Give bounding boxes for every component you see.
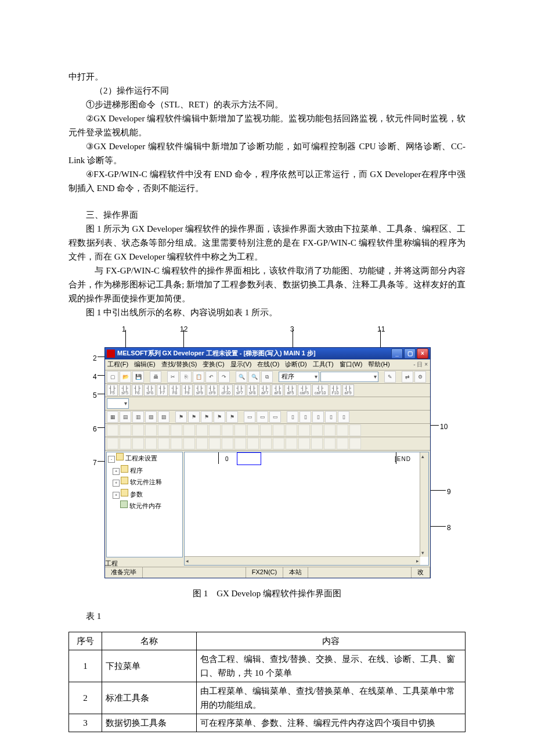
ladder-key-cF10[interactable]: ┤├cF10 <box>219 384 233 396</box>
net5-icon[interactable]: ▯ <box>338 411 349 423</box>
ladder-key-aF7[interactable]: ┤├aF7 <box>259 384 270 396</box>
disabled-button <box>209 424 221 436</box>
menu-find[interactable]: 查找/替换(S) <box>161 359 197 370</box>
view4-icon[interactable]: ▧ <box>145 411 157 423</box>
tree-root[interactable]: 工程未设置 <box>125 455 157 462</box>
tool5-icon[interactable]: ⚑ <box>226 411 238 423</box>
tree-devmem[interactable]: 软元件内存 <box>129 502 161 509</box>
view2-icon[interactable]: ▤ <box>120 411 131 423</box>
disabled-button <box>260 438 272 449</box>
ladder-key-caF10[interactable]: ┤├caF10 <box>312 384 328 396</box>
close-button[interactable]: × <box>417 348 428 359</box>
disabled-button <box>171 424 182 436</box>
ladder-key-sF8[interactable]: ┤├sF8 <box>247 384 258 396</box>
ladder-key-sF9[interactable]: ┤├sF9 <box>194 384 205 396</box>
redo-icon[interactable]: ↷ <box>218 371 230 383</box>
menu-online[interactable]: 在线(O) <box>257 359 279 370</box>
ladder-key-aF9[interactable]: ┤├aF9 <box>342 384 354 396</box>
para-g: 图 1 所示为 GX Developer 编程软件的操作界面，该操作界面大致由下… <box>68 222 466 264</box>
ladder-cursor[interactable] <box>237 452 261 465</box>
net2-icon[interactable]: ▯ <box>300 411 311 423</box>
ladder-key-aF8[interactable]: ┤├aF8 <box>272 384 283 396</box>
menu-project[interactable]: 工程(F) <box>107 359 128 370</box>
save-icon[interactable]: 💾 <box>132 371 144 383</box>
tree-comment[interactable]: 软元件注释 <box>130 478 162 485</box>
maximize-button[interactable]: ▢ <box>404 348 416 359</box>
disabled-button <box>247 424 259 436</box>
monitor-write-icon[interactable]: ✎ <box>384 371 396 383</box>
tool2-icon[interactable]: ⚑ <box>188 411 200 423</box>
mdi-controls[interactable]: - 日 × <box>413 360 428 369</box>
copy-icon[interactable]: ⎘ <box>180 371 192 383</box>
disabled-button <box>337 438 348 449</box>
sfc2-icon[interactable]: ▭ <box>257 411 268 423</box>
sfc1-icon[interactable]: ▭ <box>244 411 255 423</box>
ladder-key-F10[interactable]: ┤├F10 <box>330 384 341 396</box>
undo-icon[interactable]: ↶ <box>205 371 217 383</box>
tree-param[interactable]: 参数 <box>130 491 143 498</box>
ladder-editor[interactable]: 0 [END <box>184 452 429 566</box>
ladder-key-sF6[interactable]: ┤├sF6 <box>144 384 156 396</box>
find-dev-icon[interactable]: 🔍 <box>248 371 260 383</box>
cell-desc: 由工程菜单、编辑菜单、查找/替换菜单、在线菜单、工具菜单中常用的功能组成。 <box>197 682 466 714</box>
print-icon[interactable]: 🖶 <box>150 371 161 383</box>
transfer-icon[interactable]: ⇄ <box>402 371 413 383</box>
cell-desc: 包含工程、编辑、查找/替换、交换、显示、在线、诊断、工具、窗口、帮助，共 10 … <box>197 650 466 682</box>
new-icon[interactable]: ▢ <box>107 371 118 383</box>
paste-icon[interactable]: 📋 <box>193 371 204 383</box>
ladder-key-F6[interactable]: ┤├F6 <box>132 384 143 396</box>
menu-diag[interactable]: 诊断(D) <box>285 359 306 370</box>
menu-help[interactable]: 帮助(H) <box>368 359 389 370</box>
ladder-key-F5[interactable]: ┤├F5 <box>107 384 118 396</box>
menu-view[interactable]: 显示(V) <box>230 359 252 370</box>
menu-tool[interactable]: 工具(T) <box>313 359 334 370</box>
vertical-scrollbar[interactable] <box>420 452 428 557</box>
view3-icon[interactable]: ▥ <box>132 411 144 423</box>
callout-9: 9 <box>447 487 451 498</box>
find-icon[interactable]: 🔍 <box>236 371 247 383</box>
ladder-key-F8[interactable]: ┤├F8 <box>169 384 180 396</box>
ladder-key-aF5[interactable]: ┤├aF5 <box>284 384 296 396</box>
ladder-key-caF5[interactable]: ┤├caF5 <box>298 384 312 396</box>
titlebar[interactable]: MELSOFT系列 GX Developer 工程未设置 - [梯形图(写入) … <box>105 348 430 359</box>
tool4-icon[interactable]: ⚑ <box>214 411 225 423</box>
ladder-key-sF7[interactable]: ┤├sF7 <box>234 384 246 396</box>
net4-icon[interactable]: ▯ <box>325 411 337 423</box>
tool1-icon[interactable]: ⚑ <box>175 411 187 423</box>
ladder-row-0: 0 <box>225 455 229 464</box>
disabled-button <box>132 424 144 436</box>
tool3-icon[interactable]: ⚑ <box>201 411 212 423</box>
project-tree[interactable]: -工程未设置 +程序 +软元件注释 +参数 软元件内存 <box>106 452 183 557</box>
net3-icon[interactable]: ▯ <box>312 411 324 423</box>
callout-12: 12 <box>180 324 187 335</box>
disabled-button <box>132 438 144 449</box>
disabled-button <box>337 424 348 436</box>
net1-icon[interactable]: ▯ <box>287 411 298 423</box>
disabled-button <box>286 424 297 436</box>
ladder-key-cF9[interactable]: ┤├cF9 <box>207 384 218 396</box>
cut-icon[interactable]: ✂ <box>167 371 179 383</box>
ladder-key-sF5[interactable]: ┤├sF5 <box>119 384 131 396</box>
program-combo[interactable]: 程序 <box>279 372 319 382</box>
open-icon[interactable]: 📂 <box>120 371 131 383</box>
tree-program[interactable]: 程序 <box>130 467 143 474</box>
project-tab[interactable]: 工程 <box>105 559 183 569</box>
horizontal-scrollbar[interactable] <box>185 556 420 565</box>
program-select-combo[interactable] <box>320 372 378 382</box>
minimize-button[interactable]: _ <box>391 348 403 359</box>
element-combo[interactable] <box>107 398 129 409</box>
sfc3-icon[interactable]: ▭ <box>269 411 281 423</box>
menu-window[interactable]: 窗口(W) <box>340 359 363 370</box>
callout-1: 1 <box>122 324 126 335</box>
status-station: 本站 <box>283 567 308 578</box>
view5-icon[interactable]: ▨ <box>158 411 169 423</box>
ladder-key-F9[interactable]: ┤├F9 <box>182 384 193 396</box>
xref-icon[interactable]: ⧉ <box>261 371 273 383</box>
disabled-button <box>222 438 233 449</box>
callout-10: 10 <box>440 422 448 433</box>
menu-edit[interactable]: 编辑(E) <box>134 359 156 370</box>
view1-icon[interactable]: ▦ <box>107 411 118 423</box>
ladder-key-F7[interactable]: ┤├F7 <box>157 384 168 396</box>
menu-convert[interactable]: 变换(C) <box>203 359 224 370</box>
settings-icon[interactable]: ⚙ <box>414 371 426 383</box>
